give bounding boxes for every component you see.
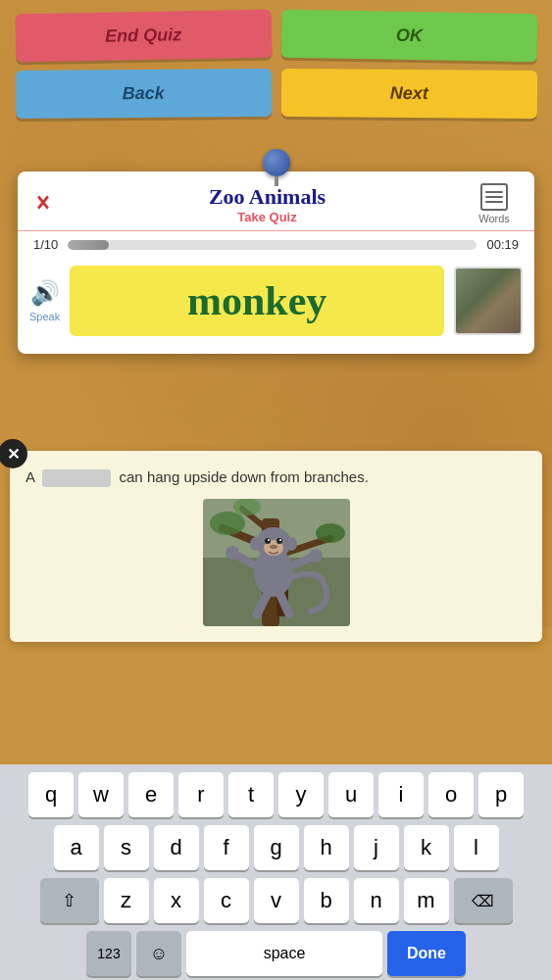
keyboard: q w e r t y u i o p a s d f g h j k l ⇧ … xyxy=(0,764,552,980)
keyboard-row-2: a s d f g h j k l xyxy=(4,825,548,870)
key-w[interactable]: w xyxy=(78,772,124,817)
keyboard-row-1: q w e r t y u i o p xyxy=(4,772,548,817)
key-r[interactable]: r xyxy=(178,772,224,817)
svg-point-24 xyxy=(316,523,345,543)
key-q[interactable]: q xyxy=(28,772,74,817)
svg-point-19 xyxy=(226,546,239,560)
key-c[interactable]: c xyxy=(204,878,249,923)
card-title-area: Zoo Animals Take Quiz xyxy=(65,184,470,224)
pushpin xyxy=(263,149,290,180)
progress-bar-fill xyxy=(68,240,109,250)
keyboard-bottom-row: 123 ☺ space Done xyxy=(4,931,548,976)
word-image-thumbnail[interactable] xyxy=(454,267,523,335)
key-a[interactable]: a xyxy=(54,825,99,870)
close-icon-area: ✕ xyxy=(33,191,65,217)
timer: 00:19 xyxy=(486,237,519,252)
key-j[interactable]: j xyxy=(354,825,399,870)
definition-prefix: A xyxy=(25,468,34,485)
key-z[interactable]: z xyxy=(104,878,149,923)
toolbar: End Quiz OK Back Next xyxy=(0,0,552,125)
pushpin-stem xyxy=(275,176,278,186)
key-m[interactable]: m xyxy=(404,878,449,923)
numbers-key[interactable]: 123 xyxy=(86,931,131,976)
words-line-3 xyxy=(485,201,503,203)
key-d[interactable]: d xyxy=(154,825,199,870)
key-l[interactable]: l xyxy=(454,825,499,870)
definition-suffix: can hang upside down from branches. xyxy=(120,468,369,485)
monkey-svg xyxy=(203,499,350,626)
svg-point-20 xyxy=(309,549,323,563)
definition-close-button[interactable]: ✕ xyxy=(0,439,27,468)
key-y[interactable]: y xyxy=(278,772,324,817)
progress-bar-container xyxy=(68,240,477,250)
delete-key[interactable]: ⌫ xyxy=(454,878,513,923)
keyboard-row-3: ⇧ z x c v b n m ⌫ xyxy=(4,878,548,923)
svg-point-13 xyxy=(276,538,282,544)
key-v[interactable]: v xyxy=(254,878,299,923)
end-quiz-button[interactable]: End Quiz xyxy=(16,10,272,63)
definition-text: A can hang upside down from branches. xyxy=(25,466,527,487)
speaker-icon: 🔊 xyxy=(30,279,60,307)
svg-point-16 xyxy=(270,545,277,549)
done-key[interactable]: Done xyxy=(387,931,466,976)
next-button[interactable]: Next xyxy=(280,69,536,119)
key-e[interactable]: e xyxy=(128,772,174,817)
words-line-2 xyxy=(485,196,503,198)
thumb-image xyxy=(456,269,521,333)
key-x[interactable]: x xyxy=(154,878,199,923)
key-k[interactable]: k xyxy=(404,825,449,870)
svg-point-23 xyxy=(210,512,245,535)
card-title: Zoo Animals xyxy=(65,184,470,210)
svg-point-14 xyxy=(268,539,270,541)
speak-button[interactable]: 🔊 Speak xyxy=(29,279,60,322)
key-o[interactable]: o xyxy=(428,772,474,817)
definition-card: ✕ A can hang upside down from branches. xyxy=(10,451,542,642)
shift-key[interactable]: ⇧ xyxy=(40,878,99,923)
svg-point-12 xyxy=(265,538,271,544)
monkey-image xyxy=(203,499,350,626)
card-subtitle: Take Quiz xyxy=(65,210,470,224)
main-card: ✕ Zoo Animals Take Quiz Words 1/10 00:19… xyxy=(18,172,534,354)
key-u[interactable]: u xyxy=(328,772,374,817)
key-n[interactable]: n xyxy=(354,878,399,923)
space-key[interactable]: space xyxy=(186,931,382,976)
close-icon[interactable]: ✕ xyxy=(35,191,49,217)
key-h[interactable]: h xyxy=(304,825,349,870)
words-button[interactable]: Words xyxy=(470,183,519,224)
word-display: 🔊 Speak monkey xyxy=(18,258,534,344)
key-g[interactable]: g xyxy=(254,825,299,870)
emoji-key[interactable]: ☺ xyxy=(136,931,181,976)
definition-blank xyxy=(42,469,111,487)
words-line-1 xyxy=(485,191,503,193)
key-s[interactable]: s xyxy=(104,825,149,870)
key-b[interactable]: b xyxy=(304,878,349,923)
speak-label: Speak xyxy=(29,311,60,322)
pushpin-head xyxy=(263,149,290,176)
key-t[interactable]: t xyxy=(228,772,274,817)
key-f[interactable]: f xyxy=(204,825,249,870)
word-text: monkey xyxy=(187,278,326,323)
svg-point-10 xyxy=(285,537,297,551)
key-p[interactable]: p xyxy=(478,772,524,817)
words-label: Words xyxy=(478,213,510,224)
key-i[interactable]: i xyxy=(378,772,424,817)
words-icon xyxy=(480,183,508,211)
progress-count: 1/10 xyxy=(33,237,58,252)
svg-point-9 xyxy=(250,537,262,551)
ok-button[interactable]: OK xyxy=(280,10,536,63)
word-highlight: monkey xyxy=(70,266,444,336)
back-button[interactable]: Back xyxy=(16,69,272,119)
svg-point-15 xyxy=(279,539,281,541)
progress-area: 1/10 00:19 xyxy=(18,231,534,258)
